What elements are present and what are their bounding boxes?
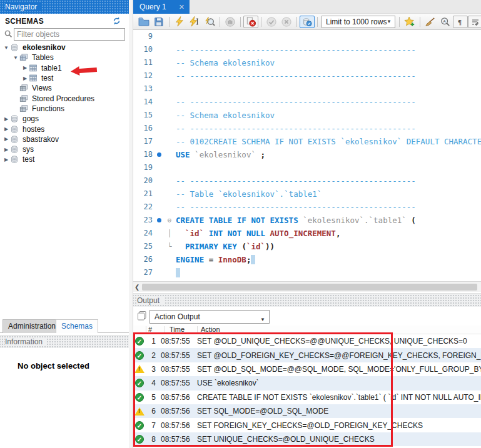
output-row-time: 08:57:56 [156,407,195,416]
editor-horizontal-scrollbar[interactable]: ❮ [133,281,481,292]
code-text: PRIMARY KEY (`id`)) [176,240,481,253]
rollback-button[interactable] [279,16,294,28]
commit-button[interactable] [264,16,279,28]
code-text: USE `ekolesnikov` ; [176,148,481,161]
scrollbar-thumb[interactable] [142,284,477,291]
expand-arrow-icon[interactable]: ▶ [21,65,29,71]
code-token: ( [241,242,246,251]
statement-marker [156,96,163,109]
open-script-button[interactable] [136,16,151,28]
code-line-18: 18USE `ekolesnikov` ; [133,148,481,161]
column-header-time[interactable]: Time [170,326,185,334]
output-row-time: 08:57:56 [156,421,195,430]
close-tab-icon[interactable]: ✕ [179,0,185,14]
line-number: 22 [133,201,156,214]
output-row-4[interactable]: ✓408:57:55USE `ekolesnikov` [133,376,481,390]
filter-objects-input[interactable] [14,28,125,41]
statement-dot-icon [157,152,161,157]
toggle-stop-on-error-button[interactable] [243,16,258,28]
toolbar-separator [420,17,420,27]
output-view-selector[interactable]: Action Output ▼ [149,310,270,324]
statement-marker [156,56,163,69]
find-button[interactable]: A [438,16,453,28]
execute-current-button[interactable] [187,16,202,28]
column-header-action[interactable]: Action [201,326,220,334]
line-number: 9 [133,30,156,43]
sidebar-item-stored-procedures[interactable]: Stored Procedures [0,93,129,103]
sidebar-item-tables[interactable]: ▼Tables [0,52,129,62]
output-row-action: SET @OLD_FOREIGN_KEY_CHECKS=@@FOREIGN_KE… [195,351,481,360]
panel-splitter[interactable] [129,0,133,448]
beautify-button[interactable] [423,16,438,28]
output-row-8[interactable]: ✓808:57:56SET UNIQUE_CHECKS=@OLD_UNIQUE_… [133,432,481,446]
limit-rows-select[interactable]: Limit to 1000 rows▼ [322,16,395,28]
fold-guide [163,109,176,122]
output-row-2[interactable]: ✓208:57:55SET @OLD_FOREIGN_KEY_CHECKS=@@… [133,348,481,362]
column-header-num[interactable]: # [148,326,152,334]
code-token: ENGINE [176,255,204,264]
code-text: `id` INT NOT NULL AUTO_INCREMENT, [176,227,481,240]
invisible-chars-button[interactable]: ¶ [453,16,468,28]
statement-marker [156,253,163,266]
output-row-1[interactable]: ✓108:57:55SET @OLD_UNIQUE_CHECKS=@@UNIQU… [133,334,481,348]
fold-collapse-icon[interactable]: ⊖ [163,214,176,227]
sidebar-item-test[interactable]: ▶test [0,154,129,164]
output-row-3[interactable]: 308:57:55SET @OLD_SQL_MODE=@@SQL_MODE, S… [133,362,481,376]
output-row-7[interactable]: ✓708:57:56SET FOREIGN_KEY_CHECKS=@OLD_FO… [133,418,481,432]
fold-guide [163,30,176,43]
sidebar-item-sbastrakov[interactable]: ▶sbastrakov [0,134,129,144]
code-line-25: 25└ PRIMARY KEY (`id`)) [133,240,481,253]
output-row-index: 1 [146,337,156,346]
sidebar-item-sys[interactable]: ▶sys [0,144,129,154]
query-tab-label: Query 1 [139,2,166,11]
output-grid-header: # Time Action [133,326,481,334]
editor-tabbar: Query 1 ✕ [133,0,481,14]
output-rows: ✓108:57:55SET @OLD_UNIQUE_CHECKS=@@UNIQU… [133,334,481,446]
code-text [176,266,481,279]
refresh-schemas-icon[interactable] [112,16,121,26]
wrap-text-button[interactable] [468,16,481,28]
collapse-arrow-icon[interactable]: ▼ [12,55,19,61]
stop-button[interactable] [223,16,238,28]
explain-button[interactable] [202,16,217,28]
sidebar-item-test[interactable]: ▶test [0,73,129,83]
expand-arrow-icon[interactable]: ▶ [3,157,10,162]
code-text: CREATE TABLE IF NOT EXISTS `ekolesnikov`… [176,214,481,227]
scroll-left-icon[interactable]: ❮ [134,283,139,291]
tab-schemas[interactable]: Schemas [56,319,98,333]
tab-query-1[interactable]: Query 1 ✕ [133,0,190,14]
warning-icon [133,365,146,373]
sidebar-item-ekolesnikov[interactable]: ▼ekolesnikov [0,42,129,52]
code-token: USE [176,150,195,159]
sidebar-item-hostes[interactable]: ▶hostes [0,124,129,134]
schema-icon [10,155,20,164]
save-snippet-button[interactable] [402,16,417,28]
code-line-13: 13 [133,82,481,96]
code-text [176,161,481,174]
code-text: -- -------------------------------------… [176,122,481,135]
execute-button[interactable] [172,16,187,28]
code-token: )) [265,242,275,251]
expand-arrow-icon[interactable]: ▶ [21,76,29,81]
output-row-5[interactable]: ✓508:57:56CREATE TABLE IF NOT EXISTS `ek… [133,391,481,404]
sidebar-item-functions[interactable]: Functions [0,104,129,114]
sidebar-item-table1[interactable]: ▶table1 [0,63,129,73]
code-token: AUTO_INCREMENT [270,229,336,238]
tab-administration[interactable]: Administration [3,319,61,333]
sidebar-item-views[interactable]: Views [0,83,129,93]
chevron-down-icon: ▼ [387,19,392,24]
toggle-autocommit-button[interactable] [300,16,315,28]
code-line-26: 26ENGINE = InnoDB; [133,253,481,266]
expand-arrow-icon[interactable]: ▶ [3,147,10,152]
save-script-button[interactable] [151,16,166,28]
collapse-arrow-icon[interactable]: ▼ [3,45,10,51]
sidebar-item-gogs[interactable]: ▶gogs [0,114,129,124]
output-view-row: Action Output ▼ [133,307,481,326]
statement-marker [156,82,163,96]
output-view-selected: Action Output [154,312,200,321]
expand-arrow-icon[interactable]: ▶ [3,116,10,122]
sql-editor[interactable]: 910-- ----------------------------------… [133,30,481,281]
expand-arrow-icon[interactable]: ▶ [3,136,10,142]
expand-arrow-icon[interactable]: ▶ [3,126,10,132]
output-row-6[interactable]: 608:57:56SET SQL_MODE=@OLD_SQL_MODE [133,404,481,418]
